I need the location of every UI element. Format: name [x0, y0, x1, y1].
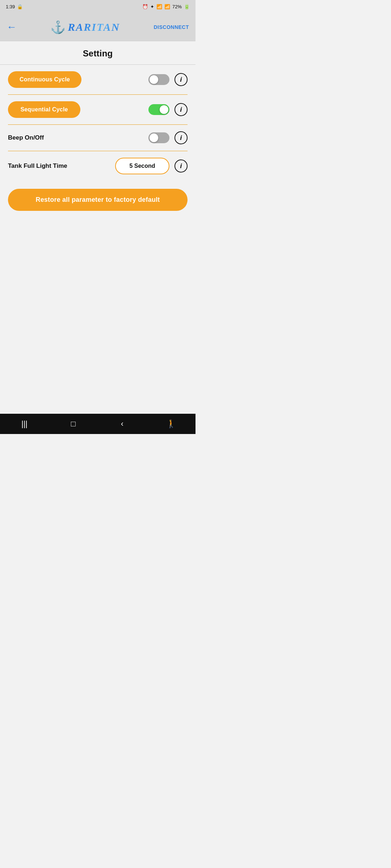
continuous-cycle-controls: i — [148, 73, 188, 86]
toggle-track-sequential — [148, 104, 169, 115]
toggle-thumb-sequential — [160, 105, 168, 114]
toggle-thumb-beep — [150, 133, 158, 142]
tank-full-light-time-label: Tank Full Light Time — [8, 162, 67, 170]
lock-icon: 🔒 — [17, 4, 23, 9]
back-nav-icon[interactable]: ‹ — [113, 417, 131, 431]
alarm-icon: ⏰ — [142, 4, 148, 9]
beep-label: Beep On/Off — [8, 134, 44, 141]
continuous-cycle-row: Continuous Cycle i — [8, 65, 188, 95]
beep-row: Beep On/Off i — [8, 125, 188, 151]
toggle-track-continuous — [148, 74, 169, 85]
back-button[interactable]: ← — [7, 22, 17, 32]
beep-controls: i — [148, 131, 188, 144]
sequential-cycle-info-icon[interactable]: i — [175, 103, 188, 116]
toolbar: ← ⚓ RARITAN DISCONNECT — [0, 13, 196, 41]
menu-nav-icon[interactable]: ||| — [16, 417, 34, 431]
home-nav-icon[interactable]: □ — [64, 417, 83, 431]
tank-full-controls: 5 Second i — [115, 158, 188, 174]
restore-section: Restore all parameter to factory default — [0, 181, 196, 211]
sequential-cycle-button[interactable]: Sequential Cycle — [8, 101, 80, 118]
sequential-cycle-row: Sequential Cycle i — [8, 95, 188, 125]
beep-toggle[interactable] — [148, 132, 169, 143]
bluetooth-icon: ✦ — [150, 4, 154, 9]
battery-display: 72% — [172, 4, 182, 9]
settings-list: Continuous Cycle i Sequential Cycle i — [0, 65, 196, 181]
signal-icon: 📶 — [164, 4, 170, 9]
wifi-icon: 📶 — [156, 4, 162, 9]
continuous-cycle-button[interactable]: Continuous Cycle — [8, 71, 81, 88]
restore-factory-default-button[interactable]: Restore all parameter to factory default — [8, 189, 188, 211]
continuous-cycle-toggle[interactable] — [148, 74, 169, 85]
anchor-icon: ⚓ — [50, 21, 66, 33]
disconnect-button[interactable]: DISCONNECT — [154, 24, 189, 30]
toggle-track-beep — [148, 132, 169, 143]
bottom-navigation: ||| □ ‹ 🚶 — [0, 414, 196, 434]
raritan-wordmark: RARITAN — [68, 21, 120, 33]
page-title-section: Setting — [0, 41, 196, 65]
time-display: 1:39 — [6, 4, 15, 9]
tank-full-info-icon[interactable]: i — [175, 159, 188, 173]
tank-full-light-time-value-button[interactable]: 5 Second — [115, 158, 169, 174]
battery-icon: 🔋 — [184, 4, 190, 9]
tank-full-light-time-row: Tank Full Light Time 5 Second i — [8, 151, 188, 181]
toggle-thumb-continuous — [150, 75, 158, 84]
continuous-cycle-info-icon[interactable]: i — [175, 73, 188, 86]
page-title: Setting — [83, 48, 113, 58]
sequential-cycle-toggle[interactable] — [148, 104, 169, 115]
status-bar: 1:39 🔒 ⏰ ✦ 📶 📶 72% 🔋 — [0, 0, 196, 13]
beep-info-icon[interactable]: i — [175, 131, 188, 144]
logo: ⚓ RARITAN — [17, 21, 154, 33]
sequential-cycle-controls: i — [148, 103, 188, 116]
user-nav-icon[interactable]: 🚶 — [162, 417, 180, 431]
